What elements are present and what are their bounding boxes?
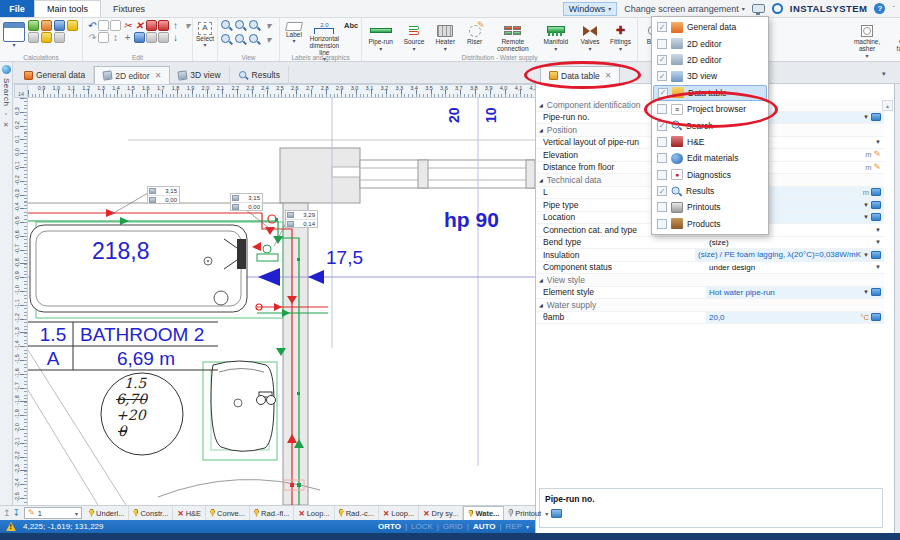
- property-row-component-status[interactable]: Component status under design▼: [536, 262, 884, 275]
- combo-arrow-icon[interactable]: ▼: [875, 239, 881, 245]
- highlight-icon[interactable]: [41, 32, 52, 43]
- view-options-icon[interactable]: ▾: [263, 20, 274, 31]
- zoom-window-icon[interactable]: [249, 20, 260, 31]
- section-view-style[interactable]: ◢View style: [536, 274, 884, 287]
- refresh-calc-icon[interactable]: [54, 20, 65, 31]
- zoom-selected-icon[interactable]: [249, 34, 260, 45]
- valves-button[interactable]: Valves▾: [576, 20, 603, 52]
- property-row-element-style[interactable]: Element style Hot water pipe-run▼: [536, 287, 884, 300]
- menu-item-diagnostics[interactable]: ●Diagnostics: [653, 167, 767, 183]
- sheet-tab-printout[interactable]: Printout: [504, 506, 545, 520]
- detail-window-icon[interactable]: [871, 188, 881, 196]
- riser-button[interactable]: ✎Riser: [462, 20, 487, 46]
- property-row-bend-type[interactable]: Bend type (size)▼: [536, 237, 884, 250]
- mode-lock[interactable]: LOCK: [411, 522, 433, 531]
- detail-window-icon[interactable]: [871, 251, 881, 259]
- pin-icon[interactable]: ▫: [5, 110, 7, 117]
- file-menu-button[interactable]: File: [0, 0, 34, 17]
- zoom-extents-icon[interactable]: [221, 34, 232, 45]
- pan-options-icon[interactable]: ▾: [263, 34, 274, 45]
- zoom-out-icon[interactable]: [235, 20, 246, 31]
- close-icon[interactable]: ✕: [155, 71, 162, 80]
- pin-down-icon[interactable]: ↧: [13, 508, 21, 518]
- combo-arrow-icon[interactable]: ▼: [863, 252, 869, 258]
- sheet-list-dropdown-icon[interactable]: ▾: [545, 510, 548, 517]
- help-icon[interactable]: ?: [874, 3, 885, 14]
- paste-icon[interactable]: [110, 20, 121, 31]
- chevron-down-icon[interactable]: ▾: [526, 523, 529, 530]
- monitor-icon[interactable]: [752, 4, 765, 13]
- menu-item-printouts[interactable]: Printouts: [653, 199, 767, 215]
- scroll-up-icon[interactable]: ▲: [882, 100, 893, 111]
- manifold-button[interactable]: Manifold▾: [538, 20, 573, 52]
- elevation-tag[interactable]: 3,29 0,14: [285, 210, 318, 228]
- property-row-theta-amb[interactable]: θamb 20,0°C: [536, 312, 884, 325]
- detail-window-icon[interactable]: [871, 288, 881, 296]
- layer-selector[interactable]: ✎ 1 ▾: [24, 507, 82, 519]
- cut-icon[interactable]: ✂: [122, 20, 133, 31]
- edit-pencil-icon[interactable]: ✎: [873, 163, 881, 172]
- search-side-strip[interactable]: Search ▫ ✕: [0, 62, 13, 505]
- fittings-button[interactable]: ✚Fittings▾: [607, 20, 634, 52]
- tab-list-dropdown-icon[interactable]: ▾: [882, 70, 886, 78]
- combo-arrow-icon[interactable]: ▼: [863, 289, 869, 295]
- sheet-tab-loops-1[interactable]: ✕Loop...: [294, 506, 334, 520]
- tab-data-table[interactable]: Data table ✕: [540, 66, 620, 84]
- menu-item-2d-editor-2[interactable]: 2D editor: [653, 52, 767, 68]
- menu-item-general-data[interactable]: General data: [653, 19, 767, 35]
- pipe-run-button[interactable]: Pipe-run▾: [365, 20, 396, 52]
- copy-icon[interactable]: [98, 20, 109, 31]
- detail-window-icon[interactable]: [871, 213, 881, 221]
- close-icon[interactable]: ✕: [3, 121, 9, 129]
- results-table-icon[interactable]: [28, 20, 39, 31]
- undo-icon[interactable]: ↶: [86, 20, 97, 31]
- tab-general-data[interactable]: General data: [16, 66, 94, 84]
- move-element-icon[interactable]: [158, 20, 169, 31]
- change-screen-arrangement-button[interactable]: Change screen arrangement ▾: [624, 4, 745, 14]
- pin-up-icon[interactable]: ↥: [3, 508, 11, 518]
- edit-pencil-icon[interactable]: ✎: [873, 150, 881, 159]
- section-water-supply[interactable]: ◢Water supply: [536, 299, 884, 312]
- grid-blue-icon[interactable]: [134, 32, 145, 43]
- sheet-tab-water-supply[interactable]: Wate...: [463, 506, 504, 520]
- diagnostics-run-icon[interactable]: [41, 20, 52, 31]
- collapse-ribbon-icon[interactable]: ˆ: [892, 4, 895, 13]
- copy-results-icon[interactable]: [54, 32, 65, 43]
- property-row-insulation[interactable]: Insulation (size) / PE foam lagging, λ(2…: [536, 249, 884, 262]
- label-tool-button[interactable]: Label ▾: [283, 20, 305, 44]
- close-icon[interactable]: ✕: [605, 71, 612, 80]
- text-abc-button[interactable]: Abc: [344, 20, 358, 30]
- menu-item-edit-materials[interactable]: Edit materials: [653, 150, 767, 166]
- washing-machine-button[interactable]: machine, asher▾: [848, 20, 886, 59]
- sheet-tab-rad-floor[interactable]: Rad.-fl...: [250, 506, 294, 520]
- warning-icon[interactable]: [6, 522, 16, 531]
- detail-window-icon[interactable]: [871, 113, 881, 121]
- menu-item-project-browser[interactable]: ≡Project browser: [653, 101, 767, 117]
- water-drop-icon[interactable]: [67, 20, 78, 31]
- redo-icon[interactable]: ↷: [86, 32, 97, 43]
- frame-icon[interactable]: [98, 32, 109, 43]
- sheet-view-icon[interactable]: [551, 509, 562, 518]
- calculate-button[interactable]: ▾: [3, 20, 25, 48]
- combo-arrow-icon[interactable]: ▼: [875, 264, 881, 270]
- lower-icon[interactable]: ↓: [170, 32, 181, 43]
- tab-main-tools[interactable]: Main tools: [34, 0, 101, 17]
- zoom-previous-icon[interactable]: [235, 34, 246, 45]
- options-gear-icon[interactable]: [28, 32, 39, 43]
- windows-menu-button[interactable]: Windows ▾: [563, 2, 618, 16]
- snap-point-icon[interactable]: +: [122, 32, 133, 43]
- menu-item-h-and-e[interactable]: H&E: [653, 134, 767, 150]
- menu-item-products[interactable]: Products: [653, 216, 767, 232]
- sheet-tab-underlay[interactable]: Underl...: [85, 506, 129, 520]
- mode-grid[interactable]: GRID: [443, 522, 463, 531]
- sheet-tab-h-and-e[interactable]: ✕H&E: [173, 506, 206, 520]
- combo-arrow-icon[interactable]: ▼: [863, 202, 869, 208]
- tab-2d-editor[interactable]: 2D editor✕: [94, 66, 170, 84]
- grid-gray-icon[interactable]: [146, 32, 157, 43]
- drawing-canvas[interactable]: 218,8 17,5 hp 90 1.5 BATHROOM 2 A 6,69 m…: [28, 98, 535, 505]
- mode-rep[interactable]: REP: [506, 522, 522, 531]
- menu-item-3d-view[interactable]: 3D view: [653, 68, 767, 84]
- zoom-in-icon[interactable]: [221, 20, 232, 31]
- combo-arrow-icon[interactable]: ▼: [875, 139, 881, 145]
- tab-results[interactable]: Results: [230, 66, 289, 84]
